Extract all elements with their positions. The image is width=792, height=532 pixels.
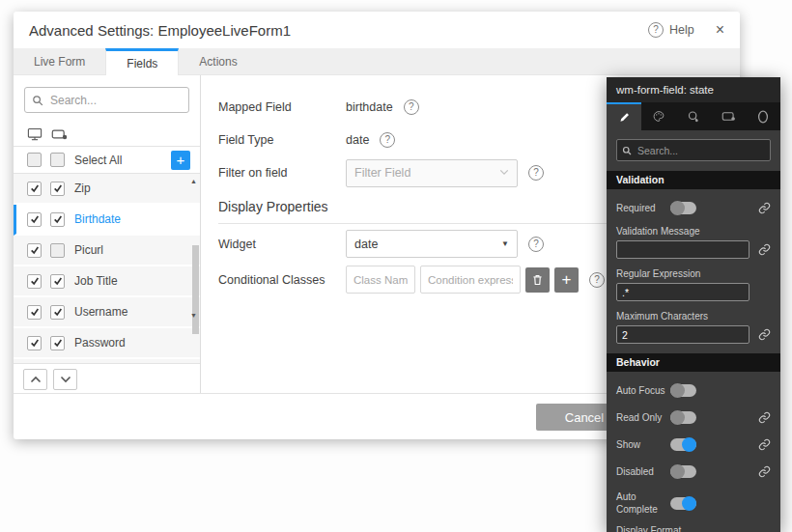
close-icon[interactable]: × [716,22,724,38]
tab-styles[interactable] [641,102,676,130]
field-row-password[interactable]: Password [14,328,200,359]
help-icon[interactable]: ? [528,237,544,252]
required-row: Required [616,200,771,216]
delete-condition-button[interactable] [525,267,550,293]
inspector-panel: wm-form-field: state [607,77,780,532]
bind-link-icon[interactable] [758,202,771,214]
field-row-job-title[interactable]: Job Title [14,266,200,297]
maximum-characters-input[interactable] [616,325,750,344]
scroll-up-arrow-icon[interactable]: ▲ [190,178,197,184]
trash-icon [531,273,544,287]
tab-fields[interactable]: Fields [105,48,179,75]
field-row-label: Birthdate [74,212,121,226]
add-field-button[interactable]: + [171,151,190,170]
field-row-picurl[interactable]: Picurl [14,236,200,266]
help-icon[interactable]: ? [528,165,544,181]
search-gear-icon [687,110,700,124]
desktop-checkbox[interactable] [27,336,42,350]
chevron-down-icon [499,169,509,178]
validation-message-input[interactable] [616,240,750,259]
desktop-background: Advanced Settings: EmployeeLiveForm1 ? H… [0,0,792,532]
field-type-label: Field Type [218,133,346,147]
bind-link-icon[interactable] [758,438,771,451]
add-condition-button[interactable]: + [554,267,579,293]
desktop-checkbox[interactable] [27,243,42,258]
help-icon[interactable]: ? [589,272,605,288]
help-icon[interactable]: ? [380,132,395,148]
field-row-zip[interactable]: Zip [14,174,200,205]
field-row-role[interactable]: Role [14,359,200,363]
field-search-input[interactable] [48,93,182,108]
tab-properties[interactable] [607,102,641,130]
select-all-mobile-checkbox[interactable] [50,153,65,167]
display-format-group: Display Format [616,525,771,532]
tab-shield[interactable] [746,102,780,130]
move-down-button[interactable] [53,369,77,390]
show-toggle[interactable] [670,438,696,451]
regular-expression-label: Regular Expression [616,268,771,279]
validation-message-group: Validation Message [616,226,771,259]
disabled-toggle[interactable] [670,465,696,478]
desktop-column-icon [27,127,42,141]
bind-link-icon[interactable] [758,243,771,256]
mobile-checkbox[interactable] [50,212,65,227]
desktop-checkbox[interactable] [27,212,42,227]
device-icon [721,111,736,122]
bind-link-icon[interactable] [758,465,771,478]
select-all-label: Select All [74,154,122,167]
tab-live-form[interactable]: Live Form [14,48,105,74]
search-icon [622,146,632,155]
disabled-row: Disabled [616,463,771,480]
mobile-checkbox[interactable] [50,274,65,289]
field-row-username[interactable]: Username [14,297,200,328]
read-only-toggle[interactable] [670,411,696,424]
mobile-checkbox[interactable] [50,182,65,196]
scroll-down-arrow-icon[interactable]: ▼ [190,312,197,319]
tab-search-settings[interactable] [676,102,711,130]
disabled-label: Disabled [616,465,670,478]
help-label: Help [669,23,694,37]
inspector-search-input[interactable] [636,144,765,157]
tab-actions[interactable]: Actions [179,48,257,74]
select-all-row: Select All + [14,147,200,174]
desktop-checkbox[interactable] [27,305,42,320]
help-button[interactable]: ? Help [648,22,694,38]
behavior-section-header: Behavior [607,353,780,372]
inspector-title: wm-form-field: state [607,77,780,102]
mobile-checkbox[interactable] [50,243,65,258]
filter-field-select: Filter Field [346,159,518,187]
auto-focus-toggle[interactable] [670,384,696,397]
caret-down-icon: ▼ [501,239,509,248]
move-up-button[interactable] [23,369,47,390]
read-only-row: Read Only [616,409,771,426]
condition-expression-input[interactable] [420,266,521,294]
tab-device[interactable] [711,102,746,130]
widget-select[interactable]: date ▼ [346,230,518,258]
mobile-checkbox[interactable] [50,305,65,320]
maximum-characters-label: Maximum Characters [616,311,771,322]
auto-focus-label: Auto Focus [616,384,670,397]
class-name-input[interactable] [346,266,415,294]
desktop-checkbox[interactable] [27,182,42,196]
mobile-checkbox[interactable] [50,336,65,350]
read-only-label: Read Only [616,411,670,424]
bind-link-icon[interactable] [758,328,771,341]
show-label: Show [616,438,670,451]
bind-link-icon[interactable] [758,411,771,424]
field-row-label: Zip [74,182,91,195]
field-row-label: Picurl [74,243,103,257]
select-all-desktop-checkbox[interactable] [27,153,42,167]
regular-expression-input[interactable] [616,283,750,301]
mapped-field-label: Mapped Field [218,100,346,114]
regular-expression-group: Regular Expression [616,268,771,301]
required-toggle[interactable] [670,202,696,214]
dialog-title: Advanced Settings: EmployeeLiveForm1 [29,22,291,39]
auto-complete-toggle[interactable] [670,497,696,510]
reorder-controls [14,363,200,394]
field-row-birthdate[interactable]: Birthdate [14,205,200,236]
desktop-checkbox[interactable] [27,274,42,289]
help-icon[interactable]: ? [404,99,419,115]
palette-icon [652,110,665,123]
mapped-field-value: birthdate [346,100,393,114]
scrollbar-thumb[interactable] [192,245,199,334]
